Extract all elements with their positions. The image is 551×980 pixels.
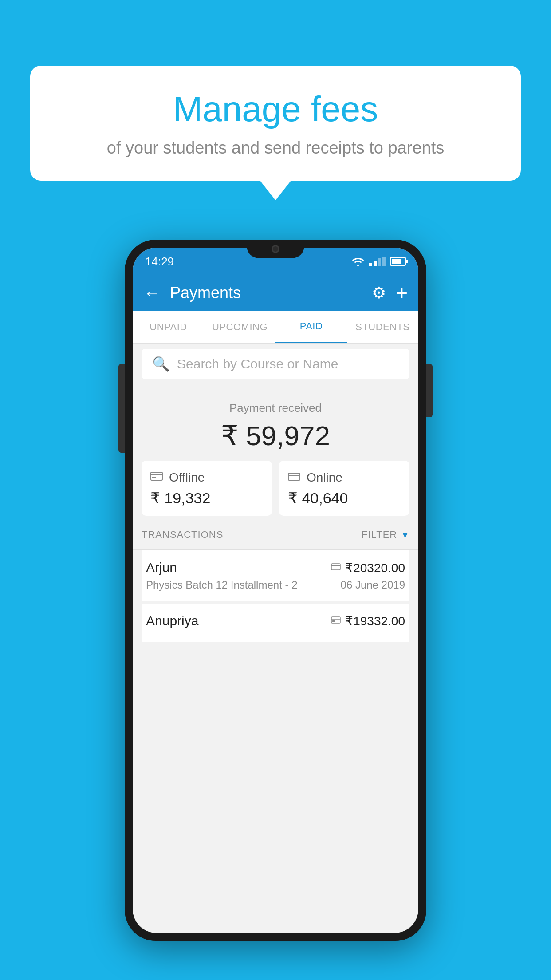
transaction-item-arjun[interactable]: Arjun ₹20320.00 Physics Batch 12 Install…: [142, 550, 409, 601]
status-icons: [351, 257, 406, 266]
offline-card-header: Offline: [150, 470, 263, 485]
svg-rect-5: [331, 564, 340, 570]
add-button[interactable]: +: [396, 281, 408, 305]
back-button[interactable]: ←: [143, 283, 161, 303]
bubble-title: Manage fees: [57, 89, 494, 130]
transactions-label: TRANSACTIONS: [142, 529, 223, 541]
offline-label: Offline: [169, 470, 205, 485]
transaction-name-anupriya: Anupriya: [146, 613, 198, 628]
tab-students[interactable]: STUDENTS: [347, 311, 418, 343]
transaction-top-anupriya: Anupriya ₹19332.00: [146, 613, 405, 628]
divider-2: [133, 603, 418, 603]
offline-amount: ₹ 19,332: [150, 489, 263, 507]
phone-frame: 14:29: [125, 240, 426, 941]
online-card-header: Online: [288, 470, 401, 485]
transaction-course-arjun: Physics Batch 12 Installment - 2: [146, 579, 297, 591]
bubble-subtitle: of your students and send receipts to pa…: [57, 138, 494, 158]
svg-rect-9: [332, 620, 335, 622]
online-icon: [288, 471, 300, 485]
divider-1: [133, 549, 418, 550]
signal-icon: [369, 257, 386, 266]
payment-received-section: Payment received ₹ 59,972: [133, 388, 418, 464]
transaction-date-arjun: 06 June 2019: [341, 579, 405, 591]
speech-bubble: Manage fees of your students and send re…: [30, 66, 521, 181]
transaction-top-arjun: Arjun ₹20320.00: [146, 560, 405, 575]
transaction-item-anupriya[interactable]: Anupriya ₹19332.00: [142, 604, 409, 642]
status-time: 14:29: [145, 255, 174, 269]
online-amount: ₹ 40,640: [288, 489, 401, 507]
filter-label: FILTER: [362, 529, 397, 541]
payment-label: Payment received: [142, 401, 409, 415]
tab-upcoming[interactable]: UPCOMING: [204, 311, 276, 343]
transaction-bottom-arjun: Physics Batch 12 Installment - 2 06 June…: [146, 579, 405, 591]
tab-unpaid[interactable]: UNPAID: [133, 311, 204, 343]
filter-section[interactable]: FILTER ▼: [362, 529, 409, 541]
search-placeholder: Search by Course or Name: [177, 356, 338, 371]
transaction-amount-arjun: ₹20320.00: [345, 561, 405, 575]
battery-fill: [392, 259, 401, 264]
svg-rect-3: [288, 473, 300, 480]
offline-card: Offline ₹ 19,332: [142, 461, 272, 516]
payment-amount: ₹ 59,972: [142, 419, 409, 452]
tab-paid[interactable]: PAID: [276, 311, 347, 343]
settings-button[interactable]: ⚙: [372, 284, 386, 302]
search-icon: 🔍: [152, 356, 170, 372]
transaction-offline-icon: [331, 615, 341, 627]
svg-rect-0: [151, 472, 162, 480]
transaction-amount-anupriya: ₹19332.00: [345, 614, 405, 628]
transaction-amount-wrap-anupriya: ₹19332.00: [331, 614, 405, 628]
payment-cards: Offline ₹ 19,332 Online ₹ 40,640: [142, 461, 409, 516]
front-camera: [272, 245, 279, 253]
svg-rect-2: [152, 477, 156, 478]
online-label: Online: [307, 470, 342, 485]
phone-screen: 14:29: [133, 248, 418, 933]
transaction-name-arjun: Arjun: [146, 560, 177, 575]
filter-icon: ▼: [401, 530, 409, 540]
search-bar[interactable]: 🔍 Search by Course or Name: [142, 349, 409, 379]
svg-rect-7: [331, 617, 340, 623]
toolbar-title: Payments: [170, 284, 372, 302]
phone-notch: [247, 240, 304, 258]
transaction-online-icon: [331, 562, 341, 573]
wifi-icon: [351, 257, 365, 266]
battery-icon: [390, 257, 406, 266]
offline-icon: [150, 471, 163, 485]
app-toolbar: ← Payments ⚙ +: [133, 275, 418, 311]
online-card: Online ₹ 40,640: [279, 461, 409, 516]
tab-bar: UNPAID UPCOMING PAID STUDENTS: [133, 311, 418, 344]
transaction-amount-wrap-arjun: ₹20320.00: [331, 561, 405, 575]
transactions-header: TRANSACTIONS FILTER ▼: [142, 525, 409, 545]
